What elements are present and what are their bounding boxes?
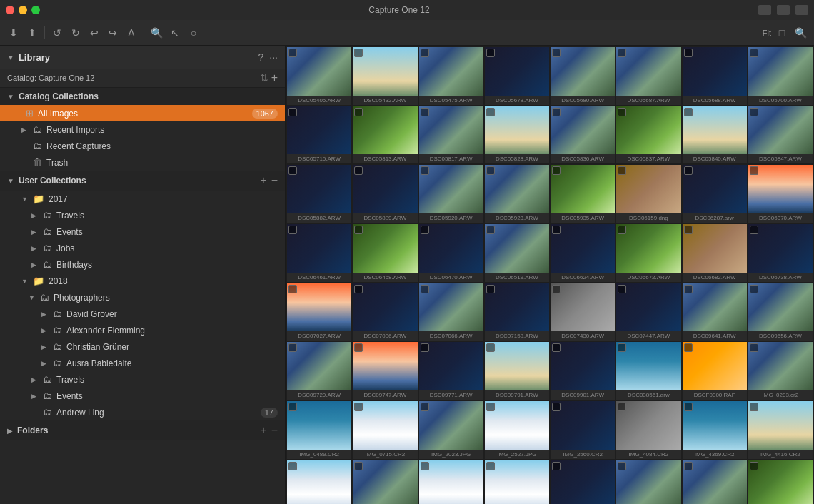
photo-thumb[interactable]: DSC05847.ARW	[748, 106, 813, 164]
photo-checkbox[interactable]	[750, 343, 758, 352]
photo-thumb[interactable]: IMG_4665.CR2	[485, 460, 549, 504]
photo-thumb[interactable]: IMG_4764.CR2	[616, 460, 680, 504]
photo-thumb[interactable]: DSC05678.ARW	[485, 47, 549, 105]
photo-checkbox[interactable]	[354, 166, 363, 175]
photo-thumb[interactable]: IMG_4369.CR2	[683, 401, 747, 459]
photo-checkbox[interactable]	[750, 166, 758, 175]
photo-checkbox[interactable]	[552, 403, 561, 411]
photo-thumb[interactable]: DSC05836.ARW	[551, 106, 615, 164]
photo-thumb[interactable]: DSC05828.ARW	[485, 106, 549, 164]
photo-checkbox[interactable]	[618, 226, 626, 234]
photo-checkbox[interactable]	[618, 285, 626, 293]
photo-checkbox[interactable]	[618, 343, 626, 352]
photo-thumb[interactable]: DSC07430.ARW	[551, 283, 615, 341]
photo-checkbox[interactable]	[684, 226, 693, 234]
photo-checkbox[interactable]	[421, 108, 429, 116]
folders-add-btn[interactable]: +	[260, 424, 266, 437]
birthdays-2017-item[interactable]: ▶ 🗂 Birthdays	[0, 256, 285, 273]
photo-thumb[interactable]: DSC05817.ARW	[419, 106, 483, 164]
photo-thumb[interactable]: DSC09729.ARW	[287, 342, 351, 400]
photo-checkbox[interactable]	[486, 285, 495, 293]
christian-gruner-item[interactable]: ▶ 🗂 Christian Grüner	[0, 338, 285, 355]
photo-checkbox[interactable]	[288, 226, 297, 234]
photo-thumb[interactable]: IMG_2560.CR2	[551, 401, 615, 459]
photo-thumb[interactable]: IMG_4416.CR2	[748, 401, 813, 459]
photo-thumb[interactable]: IMG_4084.CR2	[616, 401, 680, 459]
maximize-button[interactable]	[31, 6, 40, 14]
photo-checkbox[interactable]	[354, 226, 363, 234]
photo-thumb[interactable]: DSC07036.ARW	[353, 283, 417, 341]
photo-checkbox[interactable]	[684, 403, 693, 411]
recent-captures-item[interactable]: 🗂 Recent Captures	[0, 138, 285, 154]
photo-checkbox[interactable]	[750, 403, 758, 411]
import-btn[interactable]: ⬇	[6, 25, 21, 41]
photo-thumb[interactable]: DSC09656.ARW	[748, 283, 813, 341]
photo-checkbox[interactable]	[486, 226, 495, 234]
photo-checkbox[interactable]	[684, 108, 693, 116]
library-more-btn[interactable]: ···	[269, 51, 278, 63]
photo-checkbox[interactable]	[288, 285, 297, 293]
photo-thumb[interactable]: DSC09791.ARW	[485, 342, 549, 400]
photo-checkbox[interactable]	[552, 49, 561, 57]
photo-checkbox[interactable]	[618, 166, 626, 175]
photo-thumb[interactable]: DSC09641.ARW	[683, 283, 747, 341]
photo-thumb[interactable]: DSC06738.ARW	[748, 224, 813, 282]
trash-item[interactable]: 🗑 Trash	[0, 154, 285, 171]
photo-thumb[interactable]: IMG_0715.CR2	[353, 401, 417, 459]
photo-thumb[interactable]: DSC06370.ARW	[748, 165, 813, 223]
photo-thumb[interactable]: DSC05920.ARW	[419, 165, 483, 223]
jobs-2017-item[interactable]: ▶ 🗂 Jobs	[0, 240, 285, 256]
photo-thumb[interactable]: DSC06519.ARW	[485, 224, 549, 282]
photo-checkbox[interactable]	[750, 49, 758, 57]
photo-thumb[interactable]: DSC05405.ARW	[287, 47, 351, 105]
photo-thumb[interactable]: DSC09901.ARW	[551, 342, 615, 400]
photo-checkbox[interactable]	[354, 343, 363, 352]
ausra-babiedaite-item[interactable]: ▶ 🗂 Ausra Babiedaite	[0, 355, 285, 371]
user-collections-remove-btn[interactable]: −	[271, 174, 278, 187]
photo-checkbox[interactable]	[552, 462, 561, 470]
photo-thumb[interactable]: DSC05700.ARW	[748, 47, 813, 105]
minimize-button[interactable]	[19, 6, 27, 14]
photo-thumb[interactable]: DSC05680.ARW	[551, 47, 615, 105]
photo-thumb[interactable]: IMG_4649.CR2	[353, 460, 417, 504]
photo-checkbox[interactable]	[750, 108, 758, 116]
photo-checkbox[interactable]	[421, 343, 429, 352]
photo-thumb[interactable]: DSC05813.ARW	[353, 106, 417, 164]
photo-checkbox[interactable]	[421, 49, 429, 57]
photo-thumb[interactable]: DSC05923.ARW	[485, 165, 549, 223]
catalog-add-btn[interactable]: +	[271, 71, 278, 84]
photo-checkbox[interactable]	[552, 343, 561, 352]
cursor-btn[interactable]: ↖	[167, 25, 183, 41]
all-images-item[interactable]: ⊞ All Images 1067	[0, 105, 285, 121]
photo-checkbox[interactable]	[750, 462, 758, 470]
photo-thumb[interactable]: DSC05882.ARW	[287, 165, 351, 223]
photo-thumb[interactable]: IMG_2023.JPG	[419, 401, 483, 459]
photo-checkbox[interactable]	[354, 49, 363, 57]
photo-checkbox[interactable]	[288, 49, 297, 57]
catalog-collections-header[interactable]: ▼ Catalog Collections	[0, 88, 285, 105]
photo-checkbox[interactable]	[684, 462, 693, 470]
photo-checkbox[interactable]	[421, 403, 429, 411]
recent-imports-item[interactable]: ▶ 🗂 Recent Imports	[0, 121, 285, 138]
travels-2018-item[interactable]: ▶ 🗂 Travels	[0, 371, 285, 388]
photo-thumb[interactable]: IMG_4636.CR2	[287, 460, 351, 504]
photo-checkbox[interactable]	[354, 403, 363, 411]
lasso-btn[interactable]: ○	[186, 25, 201, 41]
photo-checkbox[interactable]	[288, 403, 297, 411]
view-list-icon[interactable]	[777, 5, 790, 15]
photo-checkbox[interactable]	[618, 403, 626, 411]
photo-checkbox[interactable]	[486, 462, 495, 470]
catalog-selector[interactable]: Catalog: Capture One 12 ⇅ +	[0, 69, 285, 88]
photo-thumb[interactable]: DSCF0300.RAF	[683, 342, 747, 400]
photo-checkbox[interactable]	[684, 343, 693, 352]
photo-thumb[interactable]: DSC06624.ARW	[551, 224, 615, 282]
photo-checkbox[interactable]	[354, 285, 363, 293]
photo-thumb[interactable]: DSC05840.ARW	[683, 106, 747, 164]
photo-checkbox[interactable]	[486, 166, 495, 175]
photo-thumb[interactable]: DSC05432.ARW	[353, 47, 417, 105]
photo-thumb[interactable]: IMG_0489.CR2	[287, 401, 351, 459]
year-2017-header[interactable]: ▼ 📁 2017	[0, 191, 285, 207]
year-2018-header[interactable]: ▼ 📁 2018	[0, 273, 285, 289]
rotate-left-btn[interactable]: ↺	[49, 25, 65, 41]
photo-thumb[interactable]: DSC038561.arw	[616, 342, 680, 400]
